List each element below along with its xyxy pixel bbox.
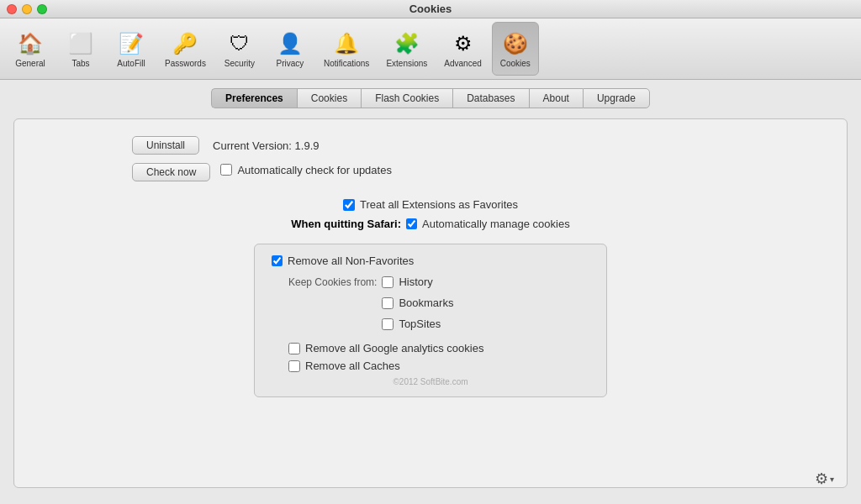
auto-check-label: Automatically check for updates: [237, 164, 392, 176]
toolbar-item-privacy[interactable]: 👤Privacy: [267, 22, 314, 76]
toolbar-label-general: General: [15, 59, 45, 68]
toolbar-item-passwords[interactable]: 🔑Passwords: [158, 22, 213, 76]
topsites-row: TopSites: [382, 318, 453, 330]
toolbar-item-notifications[interactable]: 🔔Notifications: [317, 22, 376, 76]
toolbar-item-tabs[interactable]: ⬜Tabs: [57, 22, 104, 76]
check-now-button[interactable]: Check now: [132, 163, 210, 181]
bookmarks-row: Bookmarks: [382, 297, 453, 309]
history-checkbox[interactable]: [382, 276, 394, 288]
toolbar-label-security: Security: [224, 59, 255, 68]
toolbar-label-tabs: Tabs: [71, 59, 89, 68]
remove-non-favorites-checkbox[interactable]: [272, 255, 283, 266]
remove-caches-row: Remove all Caches: [272, 360, 589, 372]
bookmarks-label: Bookmarks: [399, 297, 453, 309]
toolbar-item-autofill[interactable]: 📝AutoFill: [108, 22, 155, 76]
auto-manage-checkbox[interactable]: [406, 218, 417, 229]
remove-google-label: Remove all Google analytics cookies: [305, 342, 483, 354]
close-button[interactable]: [7, 4, 17, 14]
bookmarks-checkbox[interactable]: [382, 297, 394, 309]
treat-favorites-label: Treat all Extensions as Favorites: [360, 198, 518, 211]
centered-section: Treat all Extensions as Favorites When q…: [31, 198, 830, 234]
tab-databases[interactable]: Databases: [452, 88, 528, 108]
auto-check-checkbox[interactable]: [220, 164, 232, 176]
toolbar-item-advanced[interactable]: ⚙Advanced: [437, 22, 488, 76]
when-quitting-label: When quitting Safari:: [291, 218, 401, 230]
topsites-checkbox[interactable]: [382, 318, 394, 330]
content-area: PreferencesCookiesFlash CookiesDatabases…: [0, 80, 861, 504]
gear-icon: ⚙: [815, 470, 828, 488]
topsites-label: TopSites: [399, 318, 441, 330]
tab-cookies[interactable]: Cookies: [297, 88, 361, 108]
toolbar: 🏠General⬜Tabs📝AutoFill🔑Passwords🛡Securit…: [0, 18, 861, 80]
window-title: Cookies: [409, 3, 452, 15]
toolbar-label-advanced: Advanced: [444, 59, 481, 68]
keep-cookies-from-label: Keep Cookies from:: [288, 276, 377, 288]
traffic-lights: [7, 4, 47, 14]
titlebar: Cookies: [0, 0, 861, 18]
cookies-icon: 🍪: [502, 30, 529, 57]
check-row: Check now Automatically check for update…: [31, 163, 830, 181]
gear-area[interactable]: ⚙ ▾: [815, 470, 834, 488]
tabs-icon: ⬜: [67, 30, 94, 57]
history-row: History: [382, 276, 453, 288]
passwords-icon: 🔑: [172, 30, 198, 57]
zoom-button[interactable]: [37, 4, 47, 14]
toolbar-item-extensions[interactable]: 🧩Extensions: [379, 22, 434, 76]
remove-non-favorites-header: Remove all Non-Favorites: [272, 255, 589, 267]
quitting-row: When quitting Safari: Automatically mana…: [291, 218, 569, 230]
remove-google-row: Remove all Google analytics cookies: [272, 342, 589, 354]
toolbar-item-security[interactable]: 🛡Security: [216, 22, 263, 76]
tab-flash-cookies[interactable]: Flash Cookies: [361, 88, 452, 108]
toolbar-label-extensions: Extensions: [386, 59, 427, 68]
keep-from-options: History Bookmarks TopSites: [382, 276, 453, 335]
toolbar-label-passwords: Passwords: [165, 59, 206, 68]
toolbar-label-notifications: Notifications: [324, 59, 369, 68]
tab-about[interactable]: About: [529, 88, 583, 108]
tab-bar: PreferencesCookiesFlash CookiesDatabases…: [13, 88, 848, 108]
toolbar-label-privacy: Privacy: [277, 59, 304, 68]
tab-preferences[interactable]: Preferences: [211, 88, 297, 108]
toolbar-label-cookies: Cookies: [500, 59, 531, 68]
remove-caches-label: Remove all Caches: [305, 360, 400, 372]
auto-check-row: Automatically check for updates: [220, 164, 392, 176]
toolbar-item-general[interactable]: 🏠General: [7, 22, 54, 76]
security-icon: 🛡: [226, 30, 253, 57]
preferences-panel: Uninstall Current Version: 1.9.9 Check n…: [13, 118, 848, 488]
remove-caches-checkbox[interactable]: [288, 360, 300, 372]
minimize-button[interactable]: [22, 4, 32, 14]
autofill-icon: 📝: [118, 30, 145, 57]
history-label: History: [399, 276, 432, 288]
treat-favorites-row: Treat all Extensions as Favorites: [343, 198, 518, 211]
general-icon: 🏠: [17, 30, 44, 57]
treat-favorites-checkbox[interactable]: [343, 199, 355, 211]
remove-non-favorites-label: Remove all Non-Favorites: [288, 255, 414, 267]
uninstall-button[interactable]: Uninstall: [132, 136, 199, 155]
version-row: Uninstall Current Version: 1.9.9: [31, 136, 830, 155]
auto-manage-label: Automatically manage cookies: [422, 218, 570, 230]
watermark: ©2012 SoftBite.com: [272, 377, 589, 386]
keep-cookies-section: Keep Cookies from: History Bookmarks: [272, 276, 589, 335]
notifications-icon: 🔔: [333, 30, 360, 57]
extensions-icon: 🧩: [394, 30, 420, 57]
toolbar-item-cookies[interactable]: 🍪Cookies: [492, 22, 539, 76]
toolbar-label-autofill: AutoFill: [117, 59, 145, 68]
inner-settings-box: Remove all Non-Favorites Keep Cookies fr…: [254, 244, 607, 397]
current-version-text: Current Version: 1.9.9: [213, 139, 319, 152]
tab-upgrade[interactable]: Upgrade: [583, 88, 650, 108]
advanced-icon: ⚙: [450, 30, 477, 57]
chevron-down-icon: ▾: [830, 475, 834, 484]
remove-google-checkbox[interactable]: [288, 343, 300, 354]
privacy-icon: 👤: [277, 30, 304, 57]
